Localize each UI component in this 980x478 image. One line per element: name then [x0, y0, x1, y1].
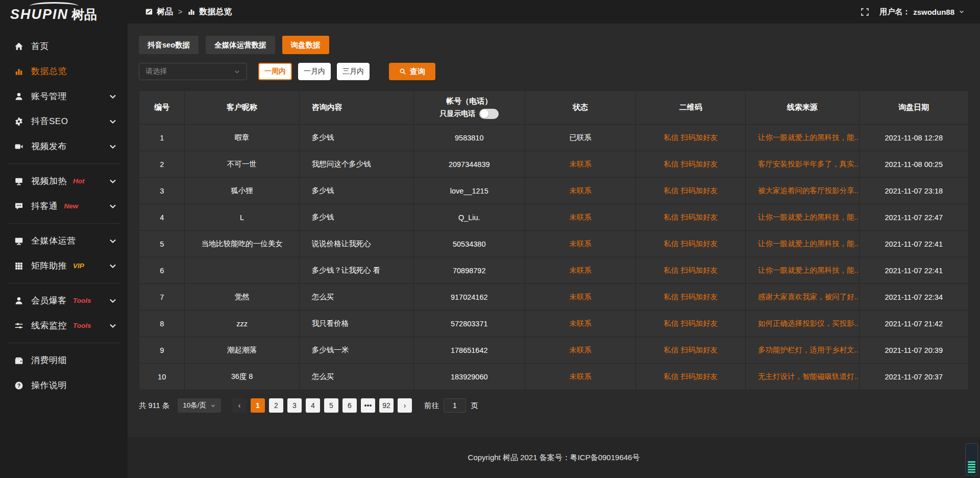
cell-qrcode-link[interactable]: 私信 扫码加好友	[636, 257, 746, 284]
cell-source-link[interactable]: 让你一眼就爱上的黑科技，能...	[745, 231, 859, 257]
cell-inquiry: 多少钱	[299, 125, 413, 151]
page-button-4[interactable]: 4	[306, 398, 320, 413]
sidebar-item-label: 操作说明	[31, 379, 67, 391]
sidebar-item-video-publish[interactable]: 视频发布	[0, 134, 128, 159]
phone-only-toggle[interactable]	[479, 109, 499, 119]
goto-page-input[interactable]	[444, 398, 466, 413]
cell-qrcode-link[interactable]: 私信 扫码加好友	[636, 337, 746, 364]
col-number: 编号	[139, 91, 185, 125]
cell-qrcode-link[interactable]: 私信 扫码加好友	[636, 125, 746, 151]
cell-qrcode-link[interactable]: 私信 扫码加好友	[636, 151, 746, 178]
topbar: 树品>数据总览 用户名：zswodun88	[128, 0, 980, 23]
cell-qrcode-link[interactable]: 私信 扫码加好友	[636, 310, 746, 337]
cell-source-link[interactable]: 无主灯设计，智能磁吸轨道灯...	[745, 364, 859, 390]
sidebar-item-label: 抖音SEO	[31, 115, 68, 127]
cell-qrcode-link[interactable]: 私信 扫码加好友	[636, 178, 746, 204]
sidebar-item-clue-monitor[interactable]: 线索监控Tools	[0, 313, 128, 338]
breadcrumb-item[interactable]: 树品	[145, 7, 173, 17]
cell-date: 2021-11-07 22:41	[859, 231, 969, 257]
cell-source-link[interactable]: 让你一眼就爱上的黑科技，能...	[745, 125, 859, 151]
sidebar-item-label: 矩阵助推	[31, 260, 67, 272]
cell-source-link[interactable]: 多功能护栏灯，适用于乡村文...	[745, 337, 859, 364]
page-button-6[interactable]: 6	[342, 398, 357, 413]
user-menu[interactable]: 用户名：zswodun88	[879, 7, 965, 17]
sidebar-item-video-heat[interactable]: 视频加热Hot	[0, 169, 128, 194]
sidebar-item-data-overview[interactable]: 数据总览	[0, 59, 128, 84]
chevron-down-icon	[108, 296, 117, 305]
logo-text-cn: 树品	[71, 6, 97, 23]
cell-number: 7	[139, 284, 185, 310]
range-button-1[interactable]: 一月内	[298, 63, 331, 80]
cell-date: 2021-11-07 22:34	[859, 284, 969, 310]
cell-qrcode-link[interactable]: 私信 扫码加好友	[636, 284, 746, 310]
cell-nickname: 不可一世	[185, 151, 299, 178]
sidebar-item-instructions[interactable]: ?操作说明	[0, 373, 128, 398]
username-value: zswodun88	[913, 8, 954, 16]
cell-source-link[interactable]: 如何正确选择投影仪，买投影...	[745, 310, 859, 337]
chevron-down-icon	[108, 177, 117, 186]
fullscreen-icon[interactable]	[861, 8, 869, 16]
cell-source-link[interactable]: 客厅安装投影半年多了，真实...	[745, 151, 859, 178]
col-qrcode: 二维码	[636, 91, 746, 125]
cell-nickname: L	[185, 204, 299, 231]
username-label: 用户名：	[879, 7, 910, 17]
page-size-select[interactable]: 10条/页	[178, 398, 221, 413]
breadcrumb-label: 树品	[157, 7, 173, 17]
sidebar-item-label: 抖客通	[31, 200, 58, 212]
table-row: 9潮起潮落多少钱一米178651642未联系私信 扫码加好友多功能护栏灯，适用于…	[139, 337, 969, 364]
tab-2[interactable]: 询盘数据	[282, 36, 329, 54]
sidebar-item-matrix-boost[interactable]: 矩阵助推VIP	[0, 253, 128, 278]
sidebar-item-doukertong[interactable]: 抖客通New	[0, 194, 128, 219]
prev-page-button[interactable]: ‹	[232, 398, 247, 413]
tab-0[interactable]: 抖音seo数据	[139, 36, 199, 54]
page-button-2[interactable]: 2	[269, 398, 283, 413]
page-button-5[interactable]: 5	[324, 398, 338, 413]
screen-icon	[14, 177, 23, 186]
sidebar-item-consumption-detail[interactable]: 消费明细	[0, 348, 128, 373]
sidebar-badge-vip: VIP	[73, 262, 84, 270]
col-status: 状态	[525, 91, 636, 125]
range-button-0[interactable]: 一周内	[258, 63, 292, 80]
sidebar-item-douyin-seo[interactable]: 抖音SEO	[0, 109, 128, 134]
tab-1[interactable]: 全媒体运营数据	[206, 36, 275, 54]
page-button-1[interactable]: 1	[251, 398, 265, 413]
breadcrumb-item[interactable]: 数据总览	[187, 7, 232, 17]
bottom-right-widget[interactable]	[965, 443, 978, 475]
filter-select[interactable]: 请选择	[139, 63, 247, 80]
table-row: 7觉然怎么买917024162未联系私信 扫码加好友感谢大家喜欢我家，被问了好.…	[139, 284, 969, 310]
page-button-92[interactable]: 92	[379, 398, 394, 413]
sidebar-badge-tools: Tools	[73, 322, 91, 329]
cell-status: 未联系	[525, 204, 636, 231]
widget-bar	[968, 466, 975, 468]
cell-source-link[interactable]: 被大家追着问的客厅投影分享...	[745, 178, 859, 204]
sidebar-item-media-operation[interactable]: 全媒体运营	[0, 228, 128, 253]
cell-account: 70898792	[413, 257, 525, 284]
sidebar-item-label: 视频加热	[31, 175, 67, 187]
sidebar-badge-new: New	[64, 202, 79, 210]
page-button-3[interactable]: 3	[287, 398, 302, 413]
sidebar-item-member-baoke[interactable]: 会员爆客Tools	[0, 288, 128, 313]
sidebar-divider	[7, 283, 120, 283]
chevron-down-icon	[108, 321, 117, 330]
query-button[interactable]: 查询	[389, 63, 435, 80]
sidebar-item-home[interactable]: 首页	[0, 34, 128, 59]
cell-number: 5	[139, 231, 185, 257]
cell-source-link[interactable]: 让你一眼就爱上的黑科技，能...	[745, 204, 859, 231]
cell-status: 未联系	[525, 231, 636, 257]
cell-qrcode-link[interactable]: 私信 扫码加好友	[636, 204, 746, 231]
cell-source-link[interactable]: 感谢大家喜欢我家，被问了好...	[745, 284, 859, 310]
cell-source-link[interactable]: 让你一眼就爱上的黑科技，能...	[745, 257, 859, 284]
cell-nickname: zzz	[185, 310, 299, 337]
member-icon	[14, 296, 23, 305]
cell-qrcode-link[interactable]: 私信 扫码加好友	[636, 364, 746, 390]
sidebar-item-label: 账号管理	[31, 90, 67, 102]
sidebar-item-account-manage[interactable]: 账号管理	[0, 84, 128, 109]
chevron-down-icon	[210, 403, 216, 409]
table-row: 4L多少钱Q_Liu.未联系私信 扫码加好友让你一眼就爱上的黑科技，能...20…	[139, 204, 969, 231]
next-page-button[interactable]: ›	[398, 398, 412, 413]
page-ellipsis-button[interactable]: •••	[361, 398, 375, 413]
cell-qrcode-link[interactable]: 私信 扫码加好友	[636, 231, 746, 257]
page-buttons: 123456•••92	[251, 398, 394, 413]
range-button-2[interactable]: 三月内	[337, 63, 370, 80]
table-row: 5当地比较能吃的一位美女说说价格让我死心50534380未联系私信 扫码加好友让…	[139, 231, 969, 257]
